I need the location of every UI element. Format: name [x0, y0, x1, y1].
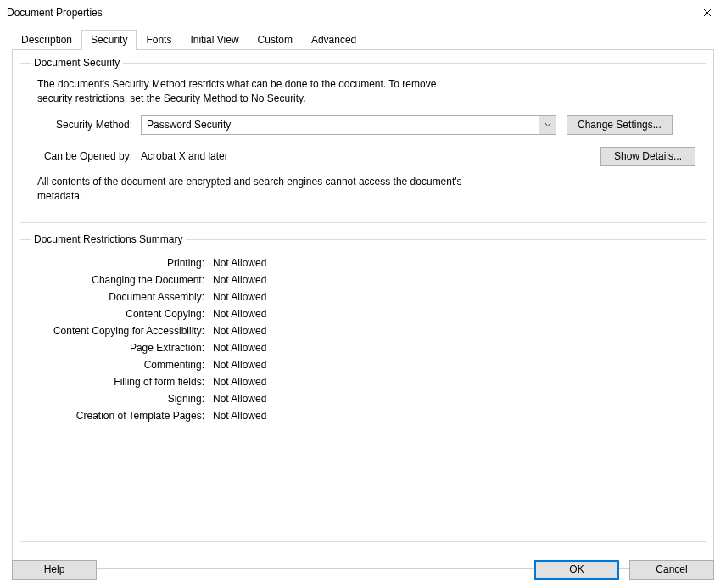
group-restrictions-legend: Document Restrictions Summary	[31, 233, 186, 245]
restriction-value: Not Allowed	[213, 393, 266, 405]
security-method-value: Password Security	[147, 119, 231, 131]
security-method-label: Security Method:	[31, 119, 141, 131]
restriction-label: Document Assembly:	[31, 291, 213, 303]
tab-security[interactable]: Security	[81, 30, 137, 50]
dialog-button-bar: Help OK Cancel	[0, 551, 726, 588]
restriction-value: Not Allowed	[213, 325, 266, 337]
restriction-value: Not Allowed	[213, 342, 266, 354]
group-restrictions: Document Restrictions Summary Printing:N…	[20, 233, 706, 542]
restriction-row: Document Assembly:Not Allowed	[31, 291, 695, 303]
restriction-value: Not Allowed	[213, 274, 266, 286]
restriction-label: Commenting:	[31, 359, 213, 371]
encryption-note: All contents of the document are encrypt…	[37, 175, 495, 204]
group-document-security: Document Security The document's Securit…	[20, 57, 706, 223]
restriction-label: Content Copying for Accessibility:	[31, 325, 213, 337]
restriction-value: Not Allowed	[213, 359, 266, 371]
restriction-row: Content Copying for Accessibility:Not Al…	[31, 325, 695, 337]
tab-advanced[interactable]: Advanced	[302, 30, 366, 50]
tab-strip: Description Security Fonts Initial View …	[0, 25, 726, 49]
restriction-label: Signing:	[31, 393, 213, 405]
restriction-row: Content Copying:Not Allowed	[31, 308, 695, 320]
row-can-open: Can be Opened by: Acrobat X and later Sh…	[31, 147, 695, 166]
show-details-button[interactable]: Show Details...	[600, 147, 695, 166]
tab-fonts[interactable]: Fonts	[137, 30, 181, 50]
chevron-down-icon	[544, 121, 551, 128]
can-open-label: Can be Opened by:	[31, 150, 141, 162]
security-method-dropdown[interactable]: Password Security	[141, 115, 556, 135]
tab-custom[interactable]: Custom	[249, 30, 302, 50]
restriction-value: Not Allowed	[213, 257, 266, 269]
restriction-label: Creation of Template Pages:	[31, 410, 213, 422]
restriction-row: Printing:Not Allowed	[31, 257, 695, 269]
tab-content: Document Security The document's Securit…	[12, 49, 714, 569]
restriction-value: Not Allowed	[213, 308, 266, 320]
restriction-row: Signing:Not Allowed	[31, 393, 695, 405]
dropdown-button[interactable]	[539, 116, 556, 134]
ok-button[interactable]: OK	[534, 560, 619, 580]
restriction-label: Printing:	[31, 257, 213, 269]
row-security-method: Security Method: Password Security Chang…	[31, 115, 695, 135]
restriction-label: Changing the Document:	[31, 274, 213, 286]
restriction-row: Changing the Document:Not Allowed	[31, 274, 695, 286]
restriction-value: Not Allowed	[213, 410, 266, 422]
restriction-row: Filling of form fields:Not Allowed	[31, 376, 695, 388]
tab-initial-view[interactable]: Initial View	[181, 30, 248, 50]
group-document-security-legend: Document Security	[31, 57, 123, 69]
restriction-label: Page Extraction:	[31, 342, 213, 354]
close-icon	[703, 8, 712, 17]
security-description: The document's Security Method restricts…	[37, 77, 444, 107]
restriction-label: Filling of form fields:	[31, 376, 213, 388]
restriction-label: Content Copying:	[31, 308, 213, 320]
restriction-value: Not Allowed	[213, 376, 266, 388]
restriction-row: Commenting:Not Allowed	[31, 359, 695, 371]
restriction-row: Page Extraction:Not Allowed	[31, 342, 695, 354]
window-title: Document Properties	[7, 7, 688, 19]
close-button[interactable]	[688, 0, 726, 25]
cancel-button[interactable]: Cancel	[629, 560, 714, 580]
help-button[interactable]: Help	[12, 560, 97, 580]
titlebar: Document Properties	[0, 0, 726, 25]
restriction-row: Creation of Template Pages:Not Allowed	[31, 410, 695, 422]
restriction-value: Not Allowed	[213, 291, 266, 303]
change-settings-button[interactable]: Change Settings...	[567, 115, 673, 135]
tab-description[interactable]: Description	[12, 30, 81, 50]
can-open-value: Acrobat X and later	[141, 150, 600, 162]
